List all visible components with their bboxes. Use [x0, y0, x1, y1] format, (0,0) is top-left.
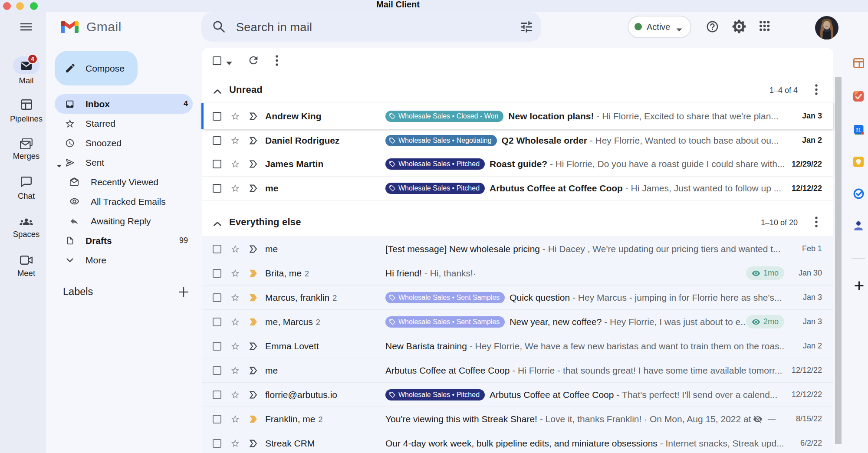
- svg-text:31: 31: [855, 127, 861, 132]
